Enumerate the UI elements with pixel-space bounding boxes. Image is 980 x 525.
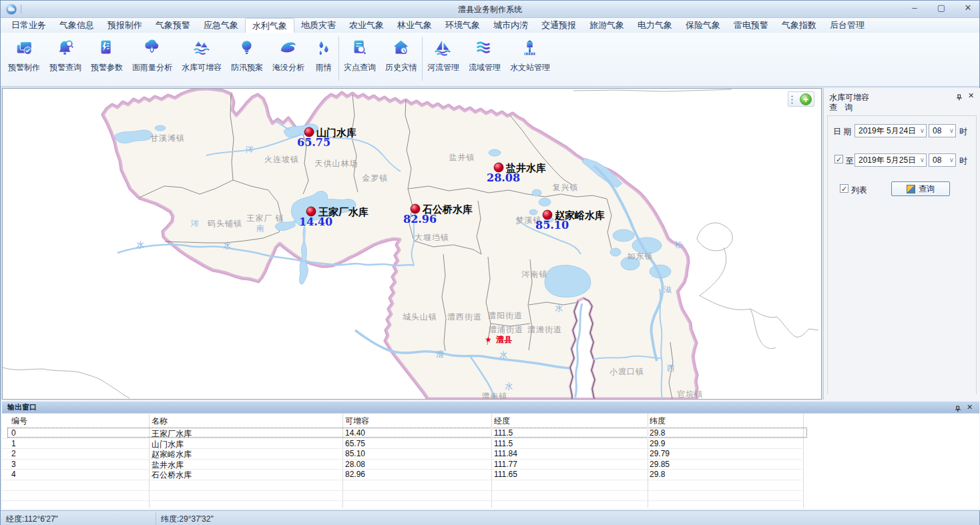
table-row-4[interactable]: 4石公桥水库82.96111.6529.8 bbox=[7, 469, 807, 479]
reservoir-dot-icon[interactable] bbox=[304, 127, 314, 137]
river-label: 松 bbox=[675, 240, 683, 249]
toolbar-button-alert-make[interactable]: 预警制作 bbox=[3, 33, 45, 73]
to-checkbox[interactable]: ✓ bbox=[834, 155, 843, 163]
panel-close-icon[interactable]: ✕ bbox=[968, 92, 975, 99]
column-divider bbox=[648, 414, 648, 508]
menu-tab-12[interactable]: 旅游气象 bbox=[583, 18, 631, 33]
table-cell: 111.77 bbox=[494, 460, 517, 469]
menu-tab-5[interactable]: 水利气象 bbox=[245, 18, 294, 33]
toolbar-button-disaster-history[interactable]: 历史灾情 bbox=[381, 33, 422, 73]
reservoir-dot-icon[interactable] bbox=[411, 204, 420, 213]
hour-suffix: 时 bbox=[959, 126, 967, 137]
reservoir-dot-icon[interactable] bbox=[494, 163, 503, 172]
zoom-plus-icon[interactable]: + bbox=[800, 93, 812, 105]
toolbar-label: 预警查询 bbox=[49, 62, 81, 73]
flood-plan-icon bbox=[237, 38, 257, 58]
list-checkbox[interactable]: ✓ bbox=[840, 184, 848, 193]
table-cell: 0 bbox=[11, 428, 16, 438]
toolbar-button-reservoir-capacity[interactable]: 水库可增容 bbox=[177, 33, 226, 73]
map-area[interactable]: 甘溪滩镇火连坡镇天供山林场金罗镇盐井镇复兴镇码头铺镇王家厂 镇梦溪镇如东镇大堰垱… bbox=[2, 88, 822, 400]
town-label: 甘溪滩镇 bbox=[150, 133, 185, 143]
menu-tab-1[interactable]: 气象信息 bbox=[53, 18, 101, 33]
app-window: 澧县业务制作系统 – ▢ ✕ 日常业务气象信息预报制作气象预警应急气象水利气象地… bbox=[0, 0, 980, 525]
table-row-2[interactable]: 2赵家峪水库85.10111.8429.79 bbox=[7, 448, 807, 458]
map-zoom-button[interactable]: + bbox=[788, 91, 814, 107]
row-divider bbox=[2, 438, 802, 439]
toolbar: 预警制作预警查询预警参数面雨量分析水库可增容防汛预案淹没分析雨情灾点查询历史灾情… bbox=[1, 33, 979, 87]
column-header-3[interactable]: 经度 bbox=[494, 416, 510, 427]
date-to-select[interactable]: 2019年 5月25日∨ bbox=[854, 153, 927, 167]
menu-tabs: 日常业务气象信息预报制作气象预警应急气象水利气象地质灾害农业气象林业气象环境气象… bbox=[1, 18, 979, 33]
reservoir-capacity-icon bbox=[192, 38, 212, 58]
close-button[interactable]: ✕ bbox=[962, 3, 974, 13]
status-longitude: 经度:112°6'27" bbox=[6, 514, 58, 525]
date-from-select[interactable]: 2019年 5月24日∨ bbox=[854, 124, 927, 137]
menu-tab-0[interactable]: 日常业务 bbox=[5, 18, 53, 33]
toolbar-button-basin-mgmt[interactable]: 流域管理 bbox=[464, 33, 505, 73]
toolbar-button-disaster-query[interactable]: 灾点查询 bbox=[339, 33, 381, 73]
toolbar-button-alert-params[interactable]: 预警参数 bbox=[86, 33, 128, 73]
toolbar-button-submerge[interactable]: 淹没分析 bbox=[268, 33, 309, 73]
toolbar-label: 淹没分析 bbox=[272, 62, 304, 73]
query-button[interactable]: 查询 bbox=[891, 181, 950, 196]
column-divider bbox=[803, 414, 804, 508]
toolbar-button-hydro-station[interactable]: 水文站管理 bbox=[505, 33, 555, 73]
rain-info-icon bbox=[314, 38, 334, 58]
menu-tab-13[interactable]: 电力气象 bbox=[631, 18, 679, 33]
menu-tab-7[interactable]: 农业气象 bbox=[342, 18, 391, 33]
menu-tab-8[interactable]: 林业气象 bbox=[391, 18, 439, 33]
menu-tab-11[interactable]: 交通预报 bbox=[535, 18, 583, 33]
column-header-4[interactable]: 纬度 bbox=[650, 416, 666, 427]
town-label: 澧南镇 bbox=[482, 392, 508, 399]
toolbar-button-flood-plan[interactable]: 防汛预案 bbox=[226, 33, 268, 73]
menu-tab-10[interactable]: 城市内涝 bbox=[487, 18, 535, 33]
menu-tab-3[interactable]: 气象预警 bbox=[149, 18, 197, 33]
corridor-gap bbox=[570, 298, 595, 399]
town-label: 王家厂 镇 bbox=[247, 213, 284, 223]
menu-tab-9[interactable]: 环境气象 bbox=[439, 18, 487, 33]
table-cell: 82.96 bbox=[345, 470, 365, 479]
table-row-0[interactable]: 0王家厂水库14.40111.529.8 bbox=[7, 428, 807, 438]
river-mgmt-icon bbox=[433, 38, 453, 58]
to-label: 至 bbox=[846, 155, 854, 167]
reservoir-dot-icon[interactable] bbox=[306, 207, 316, 216]
table-row-1[interactable]: 1山门水库65.75111.529.9 bbox=[7, 438, 807, 448]
table-row-3[interactable]: 3盐井水库28.08111.7729.85 bbox=[7, 459, 807, 469]
menu-tab-4[interactable]: 应急气象 bbox=[197, 18, 245, 33]
river-label: 涔 bbox=[190, 219, 199, 228]
toolbar-label: 流域管理 bbox=[469, 62, 501, 73]
toolbar-button-river-mgmt[interactable]: 河流管理 bbox=[423, 33, 464, 73]
toolbar-button-rain-analysis[interactable]: 面雨量分析 bbox=[128, 33, 177, 73]
river-label: 涔 bbox=[245, 145, 254, 154]
hour-suffix-2: 时 bbox=[959, 155, 967, 167]
minimize-button[interactable]: – bbox=[909, 3, 921, 13]
output-close-icon[interactable]: ✕ bbox=[967, 404, 974, 411]
town-label: 澧浦街道 bbox=[489, 325, 523, 334]
row-divider bbox=[2, 448, 802, 449]
hour-from-select[interactable]: 08∨ bbox=[929, 124, 956, 137]
column-header-1[interactable]: 名称 bbox=[152, 416, 168, 427]
drag-grip-icon bbox=[791, 95, 793, 104]
toolbar-button-alert-query[interactable]: 预警查询 bbox=[45, 33, 86, 73]
column-header-2[interactable]: 可增容 bbox=[345, 416, 369, 427]
reservoir-dot-icon[interactable] bbox=[543, 210, 552, 219]
alert-params-icon bbox=[97, 38, 117, 58]
maximize-button[interactable]: ▢ bbox=[935, 3, 947, 13]
toolbar-label: 预警参数 bbox=[91, 62, 123, 73]
hour-to-select[interactable]: 08∨ bbox=[929, 153, 956, 167]
town-label: 澧西街道 bbox=[447, 312, 482, 322]
toolbar-label: 水库可增容 bbox=[182, 62, 222, 73]
river-label: 水 bbox=[223, 241, 231, 250]
menu-tab-6[interactable]: 地质灾害 bbox=[294, 18, 342, 33]
table-cell: 29.8 bbox=[650, 470, 665, 479]
menu-tab-15[interactable]: 雷电预警 bbox=[727, 18, 775, 33]
town-label: 澧阳街道 bbox=[488, 311, 523, 320]
toolbar-button-rain-info[interactable]: 雨情 bbox=[309, 33, 338, 73]
list-label: 列表 bbox=[851, 185, 867, 196]
menu-tab-2[interactable]: 预报制作 bbox=[101, 18, 149, 33]
pin-icon[interactable] bbox=[955, 92, 963, 104]
column-header-0[interactable]: 编号 bbox=[11, 416, 27, 427]
menu-tab-14[interactable]: 保险气象 bbox=[679, 18, 727, 33]
menu-tab-17[interactable]: 后台管理 bbox=[823, 18, 871, 33]
menu-tab-16[interactable]: 气象指数 bbox=[775, 18, 823, 33]
